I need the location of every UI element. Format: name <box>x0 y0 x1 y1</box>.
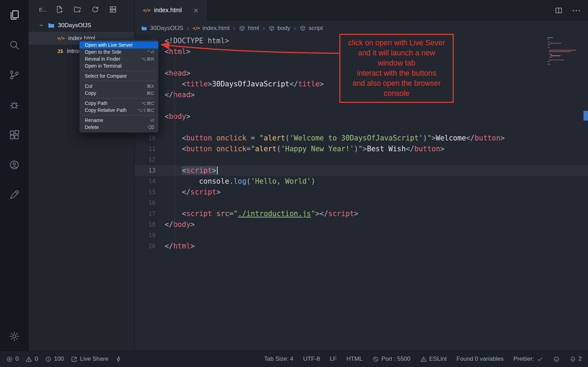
breadcrumb-label: 30DaysOfJS <box>150 25 183 32</box>
overview-ruler-marker <box>583 111 588 121</box>
text-cursor <box>217 167 218 175</box>
tab-label: index.html <box>154 7 182 14</box>
menu-shortcut: ⌥⌘R <box>137 56 154 62</box>
status-label: UTF-8 <box>303 355 320 362</box>
line-number: 18 <box>135 219 165 230</box>
status-0[interactable]: 0 <box>25 355 38 362</box>
more-actions-icon[interactable]: ⋯ <box>572 6 581 15</box>
breadcrumb-label: body <box>278 25 291 32</box>
activity-bar-top <box>9 9 20 200</box>
code-line-13[interactable]: 13 <script> <box>135 165 588 176</box>
files-icon[interactable] <box>9 9 20 21</box>
tab-index-html[interactable]: </> index.html <box>135 0 207 21</box>
status-bolt[interactable] <box>115 356 122 362</box>
status-2[interactable]: 2 <box>570 355 582 362</box>
status-found-0-variables[interactable]: Found 0 variables <box>457 355 504 362</box>
status-html[interactable]: HTML <box>346 355 362 362</box>
status-eslint[interactable]: ESLint <box>420 355 447 362</box>
source-control-icon[interactable] <box>9 69 20 81</box>
status-label: 100 <box>54 355 64 362</box>
status-utf-8[interactable]: UTF-8 <box>303 355 320 362</box>
line-number: 10 <box>135 133 165 144</box>
status-tab-size-4[interactable]: Tab Size: 4 <box>264 355 293 362</box>
annotation-line: click on open with Live Sever <box>342 38 451 48</box>
menu-shortcut: ⏎ <box>146 118 154 123</box>
menu-item-delete[interactable]: Delete⌫ <box>80 124 158 131</box>
close-tab-icon[interactable] <box>193 7 199 14</box>
search-icon[interactable] <box>9 39 20 51</box>
split-editor-icon[interactable] <box>555 6 563 15</box>
code-line-19[interactable]: 19 <box>135 230 588 241</box>
menu-item-open-in-terminal[interactable]: Open in Terminal <box>80 62 158 69</box>
code-line-11[interactable]: 11 <button onclick="alert('Happy New Yea… <box>135 144 588 154</box>
line-number: 19 <box>135 230 165 241</box>
annotation-line: and also open the browser <box>342 78 451 89</box>
status-live-share[interactable]: Live Share <box>71 355 108 362</box>
menu-item-rename[interactable]: Rename⏎ <box>80 117 158 124</box>
breadcrumb-html[interactable]: html <box>239 25 259 32</box>
chevron-right-icon: › <box>233 24 235 32</box>
menu-item-reveal-in-finder[interactable]: Reveal in Finder⌥⌘R <box>80 55 158 62</box>
code-line-18[interactable]: 18</body> <box>135 219 588 230</box>
code-line-15[interactable]: 15 </script> <box>135 187 588 198</box>
extensions-icon[interactable] <box>9 129 20 140</box>
warning-triangle-icon <box>25 356 32 362</box>
breadcrumb-script[interactable]: script <box>300 25 323 32</box>
activity-bar <box>0 0 29 351</box>
collapse-all-icon[interactable] <box>109 5 117 14</box>
line-number: 11 <box>135 144 165 154</box>
menu-shortcut: ⌘C <box>142 91 154 96</box>
chevron-down-icon <box>38 22 44 28</box>
status-lf[interactable]: LF <box>330 355 337 362</box>
status-label: HTML <box>346 355 362 362</box>
explorer-header: E... <box>29 0 134 19</box>
breadcrumb-30daysofjs[interactable]: 30DaysOfJS <box>141 25 183 32</box>
menu-item-open-to-the-side[interactable]: Open to the Side⌃⏎ <box>80 48 158 55</box>
info-circle-icon <box>45 356 52 362</box>
menu-shortcut: ⌥⌘C <box>137 101 154 106</box>
code-line-20[interactable]: 20</html> <box>135 241 588 252</box>
breadcrumb-index-html[interactable]: </>index.html <box>193 25 229 32</box>
gear-icon[interactable] <box>9 331 20 342</box>
code-line-9[interactable]: 9 <box>135 122 588 133</box>
live-share-icon[interactable] <box>9 159 20 170</box>
debug-icon[interactable] <box>9 99 20 110</box>
status-label: 0 <box>35 355 38 362</box>
annotation-line: window tab <box>342 58 451 68</box>
slash-circle-icon <box>372 356 379 362</box>
breadcrumb-body[interactable]: body <box>269 25 291 32</box>
status-port-5500[interactable]: Port : 5500 <box>372 355 410 362</box>
folder-icon <box>47 22 55 29</box>
code-line-16[interactable]: 16 <box>135 198 588 208</box>
status-prettier-[interactable]: Prettier: <box>513 355 543 362</box>
folder-name: 30DaysOfJS <box>58 22 91 29</box>
menu-item-copy-path[interactable]: Copy Path⌥⌘C <box>80 100 158 107</box>
folder-row-30daysofjs[interactable]: 30DaysOfJS <box>29 19 134 32</box>
status-0[interactable]: 0 <box>6 355 18 362</box>
menu-shortcut: ⌫ <box>144 125 154 130</box>
minimap[interactable] <box>548 37 579 65</box>
status-100[interactable]: 100 <box>45 355 64 362</box>
menu-item-copy-relative-path[interactable]: Copy Relative Path⌥⇧⌘C <box>80 107 158 114</box>
bell-icon <box>570 356 576 362</box>
code-line-17[interactable]: 17 <script src="./introduction.js"></scr… <box>135 208 588 219</box>
code-line-14[interactable]: 14 console.log('Hello, World') <box>135 176 588 187</box>
status-smiley[interactable] <box>553 356 560 362</box>
refresh-icon[interactable] <box>91 5 99 14</box>
code-line-10[interactable]: 10 <button onclick = "alert('Welcome to … <box>135 133 588 144</box>
menu-item-cut[interactable]: Cut⌘X <box>80 83 158 90</box>
chevron-right-icon: › <box>294 24 296 32</box>
status-label: LF <box>330 355 337 362</box>
status-label: 0 <box>15 355 18 362</box>
chevron-right-icon: › <box>187 24 189 32</box>
line-number: 17 <box>135 208 165 219</box>
menu-item-copy[interactable]: Copy⌘C <box>80 90 158 97</box>
menu-item-select-for-compare[interactable]: Select for Compare <box>80 72 158 79</box>
line-number: 16 <box>135 198 165 208</box>
code-line-12[interactable]: 12 <box>135 154 588 165</box>
new-folder-icon[interactable] <box>73 5 82 14</box>
new-file-icon[interactable] <box>55 5 64 14</box>
pen-icon[interactable] <box>9 189 20 200</box>
menu-item-open-with-live-server[interactable]: Open with Live Server <box>80 41 158 48</box>
code-line-8[interactable]: 8<body> <box>135 111 588 122</box>
